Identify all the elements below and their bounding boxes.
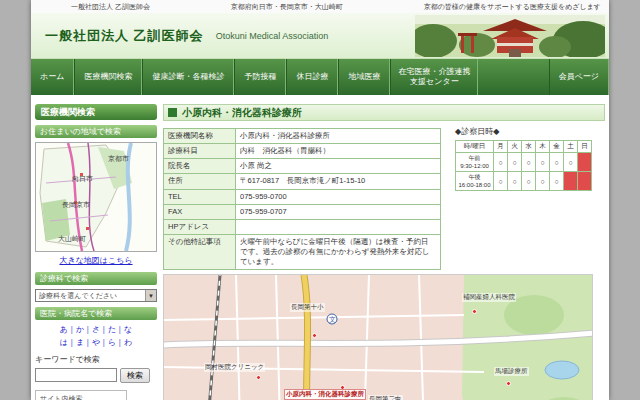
sidebar-search-header: 医療機関検索 <box>35 104 157 120</box>
period-time-cell: 午前 9:30-12:00 <box>456 153 494 172</box>
nav-label: 医療機関検索 <box>84 72 132 82</box>
nav-item-members[interactable]: 会員ページ <box>549 59 609 95</box>
syllabary-row-1[interactable]: あ｜か｜さ｜た｜な <box>35 324 157 337</box>
nav-label: 在宅医療・介護連携支援センター <box>395 67 473 87</box>
nav-label: 休日診療 <box>296 72 328 82</box>
clinic-marker <box>472 309 477 314</box>
day-header: 木 <box>536 141 550 153</box>
map-label-school: 長岡第十小 <box>290 303 325 312</box>
day-header: 火 <box>508 141 522 153</box>
table-row: HPアドレス <box>164 219 441 234</box>
schedule-mark: ○ <box>508 172 522 191</box>
nav-item-vaccine[interactable]: 予防接種 <box>234 59 286 95</box>
schedule-mark: ○ <box>550 153 564 172</box>
schedule-corner: 時/曜日 <box>456 141 494 153</box>
clinic-marker <box>312 333 317 338</box>
schedule-mark: ○ <box>536 172 550 191</box>
table-row: 診療科目内科 消化器科（胃腸科） <box>164 144 441 159</box>
row-value: 075-959-0700 <box>236 189 441 204</box>
nav-item-checkup[interactable]: 健康診断・各種検診 <box>142 59 234 95</box>
period-time: 16:00-18:00 <box>457 181 492 189</box>
nav-item-homecare-center[interactable]: 在宅医療・介護連携支援センター <box>390 59 478 95</box>
day-header: 水 <box>522 141 536 153</box>
schedule-header-row: 時/曜日 月 火 水 木 金 土 日 <box>456 141 592 153</box>
map-label-clinic: 馬場診療所 <box>494 367 529 376</box>
map-label-clinic: 岡村医院クリニック <box>204 363 265 372</box>
region-label-kyoto: 京都市 <box>108 154 129 163</box>
main-content: 小原内科・消化器科診療所 医療機関名称小原内科・消化器科診療所 診療科目内科 消… <box>163 104 605 121</box>
row-label: 医療機関名称 <box>164 129 236 144</box>
region-label-nagaokakyo: 長岡京市 <box>62 200 90 208</box>
period-label: 午後 <box>457 173 492 181</box>
org-name-jp: 一般社団法人 乙訓医師会 <box>45 27 204 45</box>
row-label: 診療科目 <box>164 144 236 159</box>
page: 一般社団法人 乙訓医師会 京都府向日市・長岡京市・大山崎町 京都の皆様の健康をサ… <box>31 0 609 400</box>
table-row: 院長名小原 尚之 <box>164 159 441 174</box>
nav-item-home[interactable]: ホーム <box>31 59 74 95</box>
search-button[interactable]: 検索 <box>120 368 150 383</box>
schedule-closed-cell <box>578 172 592 191</box>
row-label: HPアドレス <box>164 219 236 234</box>
shrine-photo <box>415 15 605 57</box>
clinic-info-table: 医療機関名称小原内科・消化器科診療所 診療科目内科 消化器科（胃腸科） 院長名小… <box>163 128 441 270</box>
schedule-mark: ○ <box>564 153 578 172</box>
site-search-label: サイト内検索 <box>40 394 122 400</box>
period-time: 9:30-12:00 <box>457 162 492 170</box>
clinic-marker <box>256 375 261 380</box>
row-label: 院長名 <box>164 159 236 174</box>
row-value <box>236 219 441 234</box>
region-map[interactable]: 京都市 向日市 長岡京市 大山崎町 <box>35 142 157 252</box>
schedule-row-pm: 午後 16:00-18:00 ○ ○ ○ ○ ○ <box>456 172 592 191</box>
big-map-link[interactable]: 大きな地図はこちら <box>35 255 157 266</box>
nav-item-holiday[interactable]: 休日診療 <box>286 59 338 95</box>
sidebar-area-header: お住まいの地域で検索 <box>35 125 157 138</box>
row-value: 火曜午前中ならびに金曜日午後（隔週）は検査・予約日です。過去の診察の有無にかかわ… <box>236 234 441 269</box>
table-row: 医療機関名称小原内科・消化器科診療所 <box>164 129 441 144</box>
keyword-search-label: キーワードで検索 <box>35 354 157 365</box>
org-name-en: Otokuni Medical Association <box>216 31 329 41</box>
top-strip: 一般社団法人 乙訓医師会 京都府向日市・長岡京市・大山崎町 京都の皆様の健康をサ… <box>31 0 609 13</box>
street-map[interactable]: 文 文 長岡第十小 補関産婦人科医院 馬場診療所 岡村医院クリニック 小原内科・… <box>163 274 593 400</box>
nav-item-search[interactable]: 医療機関検索 <box>74 59 142 95</box>
street-map-image: 文 文 <box>164 275 593 400</box>
day-header: 日 <box>578 141 592 153</box>
schedule-closed-cell <box>564 172 578 191</box>
page-title: 小原内科・消化器科診療所 <box>182 106 302 120</box>
top-org-name: 一般社団法人 乙訓医師会 <box>71 2 150 12</box>
main-nav: ホーム 医療機関検索 健康診断・各種検診 予防接種 休日診療 地域医療 在宅医療… <box>31 59 609 95</box>
schedule-mark: ○ <box>494 153 508 172</box>
chevron-down-icon: ▼ <box>145 290 156 301</box>
nav-item-regional[interactable]: 地域医療 <box>338 59 390 95</box>
keyword-input[interactable] <box>35 368 117 382</box>
nav-label: 健康診断・各種検診 <box>152 72 224 82</box>
table-row: 住所〒617-0817 長岡京市滝ノ町1-15-10 <box>164 174 441 189</box>
schedule-title: ◆診察日時◆ <box>455 126 605 137</box>
row-label: 住所 <box>164 174 236 189</box>
nav-label: 会員ページ <box>559 72 599 82</box>
nav-label: 予防接種 <box>244 72 276 82</box>
syllabary-row-2[interactable]: は｜ま｜や｜ら｜わ <box>35 337 157 350</box>
dept-select-value: 診療科を選んでください <box>39 291 117 301</box>
table-row: FAX075-959-0707 <box>164 204 441 219</box>
region-label-oyamazaki: 大山崎町 <box>58 235 86 242</box>
day-header: 月 <box>494 141 508 153</box>
region-label-muko: 向日市 <box>72 174 93 183</box>
title-square-icon <box>168 108 177 117</box>
site-header: 一般社団法人 乙訓医師会 Otokuni Medical Association <box>31 13 609 59</box>
table-row: その他特記事項火曜午前中ならびに金曜日午後（隔週）は検査・予約日です。過去の診察… <box>164 234 441 269</box>
schedule-closed-cell <box>578 153 592 172</box>
row-label: その他特記事項 <box>164 234 236 269</box>
dept-select[interactable]: 診療科を選んでください ▼ <box>35 289 157 302</box>
row-value: 小原 尚之 <box>236 159 441 174</box>
day-header: 金 <box>550 141 564 153</box>
table-row: TEL075-959-0700 <box>164 189 441 204</box>
map-label-subject-clinic: 小原内科・消化器科診療所 <box>284 389 366 400</box>
clinic-marker <box>506 381 511 386</box>
top-area-text: 京都府向日市・長岡京市・大山崎町 <box>231 2 343 12</box>
top-slogan: 京都の皆様の健康をサポートする医療支援をめざします <box>424 2 601 12</box>
nav-label: ホーム <box>40 72 64 82</box>
region-map-image: 京都市 向日市 長岡京市 大山崎町 <box>36 143 156 251</box>
period-label: 午前 <box>457 154 492 162</box>
syllabary-links[interactable]: あ｜か｜さ｜た｜な は｜ま｜や｜ら｜わ <box>35 324 157 350</box>
row-value: 075-959-0707 <box>236 204 441 219</box>
